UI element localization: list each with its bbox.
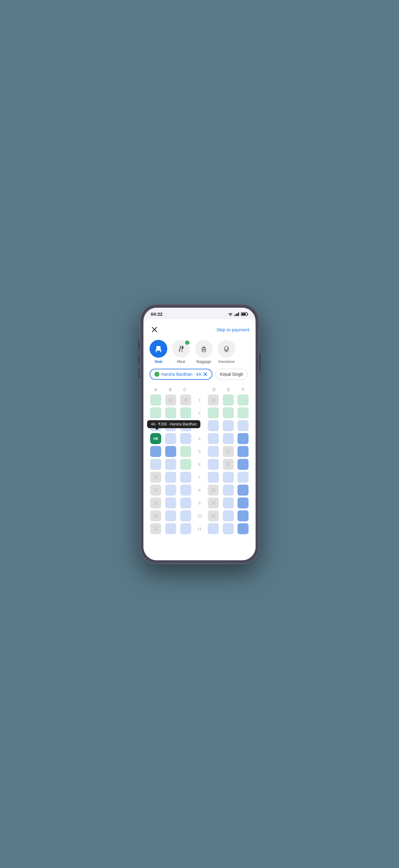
svg-rect-6	[242, 313, 246, 315]
insurance-icon	[222, 344, 231, 353]
seat-5b[interactable]	[165, 446, 176, 457]
seat-7c[interactable]	[180, 472, 191, 483]
seat-5c[interactable]	[180, 446, 191, 457]
svg-rect-11	[156, 351, 157, 352]
row-num-5: 5	[195, 449, 204, 454]
row-num-1: 1	[195, 398, 204, 402]
skip-to-payment-button[interactable]: Skip to payment	[216, 327, 249, 332]
seat-6c[interactable]	[180, 459, 191, 470]
svg-rect-9	[156, 346, 161, 349]
close-button[interactable]	[150, 324, 159, 334]
seat-row-1: 1	[148, 395, 251, 405]
row-num-7: 7	[195, 475, 204, 480]
seat-6b[interactable]	[165, 459, 176, 470]
step-insurance[interactable]: Insurance	[218, 340, 235, 364]
col-e-label: E	[223, 387, 234, 392]
seat-8f[interactable]	[238, 485, 248, 496]
harsha-remove-icon[interactable]	[203, 372, 208, 376]
seat-10b[interactable]	[165, 510, 176, 521]
seat-9e[interactable]	[223, 497, 234, 508]
col-d-label: D	[209, 387, 220, 392]
seat-7f[interactable]	[238, 472, 248, 483]
seat-row-8: 8	[148, 485, 251, 496]
seat-11e[interactable]	[223, 523, 234, 534]
seat-7b[interactable]	[165, 472, 176, 483]
seat-tooltip: 4A · ₹200 · Harsha Bardhan	[147, 420, 200, 428]
seat-4d[interactable]	[208, 433, 219, 444]
seat-2f[interactable]	[238, 407, 248, 418]
phone-screen: 04:22	[144, 308, 255, 560]
seat-2c[interactable]	[180, 407, 191, 418]
insurance-step-icon-wrap	[218, 340, 235, 358]
row-num-10: 10	[195, 514, 204, 518]
seat-6f[interactable]	[238, 459, 248, 470]
seat-11b[interactable]	[165, 523, 176, 534]
seat-3d[interactable]	[208, 420, 219, 431]
seat-1a[interactable]	[150, 395, 161, 405]
seat-8b[interactable]	[165, 485, 176, 496]
seat-row-7: 7	[148, 472, 251, 483]
row-num-11: 11	[195, 527, 204, 531]
seat-11d[interactable]	[208, 523, 219, 534]
seat-2a[interactable]	[150, 407, 161, 418]
seat-6e	[223, 459, 234, 470]
svg-rect-16	[203, 347, 205, 348]
step-baggage[interactable]: Baggage	[195, 340, 213, 364]
seat-row-5: 5	[148, 446, 251, 457]
seat-row-9: 9	[148, 497, 251, 508]
seat-1e[interactable]	[223, 395, 234, 405]
row-num-9: 9	[195, 501, 204, 505]
harsha-name: Harsha Bardhan · 4A	[161, 372, 201, 377]
seat-11c[interactable]	[180, 523, 191, 534]
seat-10e[interactable]	[223, 510, 234, 521]
seat-2e[interactable]	[223, 407, 234, 418]
silent-button[interactable]	[139, 368, 140, 378]
step-seat[interactable]: Seat	[150, 340, 167, 364]
seat-10f[interactable]	[238, 510, 248, 521]
seat-8c[interactable]	[180, 485, 191, 496]
seat-6a[interactable]	[150, 459, 161, 470]
seat-4f[interactable]	[238, 433, 248, 444]
seat-7e[interactable]	[223, 472, 234, 483]
seat-7d[interactable]	[208, 472, 219, 483]
seat-11f[interactable]	[238, 523, 248, 534]
battery-icon	[241, 312, 248, 316]
seat-4b[interactable]	[165, 433, 176, 444]
seat-6d[interactable]	[208, 459, 219, 470]
phone-frame: 04:22	[140, 304, 259, 564]
seat-3f[interactable]	[238, 420, 248, 431]
seat-row-2: 2	[148, 407, 251, 418]
col-c-label: C	[179, 387, 190, 392]
step-meal[interactable]: ✓ Meal	[172, 340, 190, 364]
svg-rect-5	[248, 314, 248, 315]
seat-5d[interactable]	[208, 446, 219, 457]
seat-icon	[154, 344, 163, 353]
modal-content: Skip to payment Seat	[144, 319, 255, 560]
seat-5f[interactable]	[238, 446, 248, 457]
seat-map-container[interactable]: A B C D E F 1	[144, 383, 255, 560]
col-f-label: F	[238, 387, 249, 392]
seat-9b[interactable]	[165, 497, 176, 508]
seat-9f[interactable]	[238, 497, 248, 508]
seat-2b[interactable]	[165, 407, 176, 418]
seat-4c[interactable]	[180, 433, 191, 444]
passenger-harsha-chip[interactable]: ✓ Harsha Bardhan · 4A	[150, 369, 212, 380]
power-button[interactable]	[259, 353, 260, 373]
seat-9c[interactable]	[180, 497, 191, 508]
seat-3e[interactable]	[223, 420, 234, 431]
volume-down-button[interactable]	[139, 354, 140, 365]
passenger-kirpal-chip[interactable]: Kirpal Singh	[215, 369, 248, 380]
seat-8a	[150, 485, 161, 496]
meal-step-icon-wrap: ✓	[172, 340, 190, 358]
seat-2d[interactable]	[208, 407, 219, 418]
volume-up-button[interactable]	[139, 341, 140, 351]
steps-row: Seat ✓ Meal	[144, 337, 255, 368]
seat-10c[interactable]	[180, 510, 191, 521]
seat-5a[interactable]	[150, 446, 161, 457]
seat-4a[interactable]: 4A · ₹200 · Harsha Bardhan HB	[150, 433, 161, 444]
signal-icon	[235, 312, 239, 316]
seat-8e[interactable]	[223, 485, 234, 496]
seat-1f[interactable]	[238, 395, 248, 405]
seat-9d	[208, 497, 219, 508]
seat-4e[interactable]	[223, 433, 234, 444]
